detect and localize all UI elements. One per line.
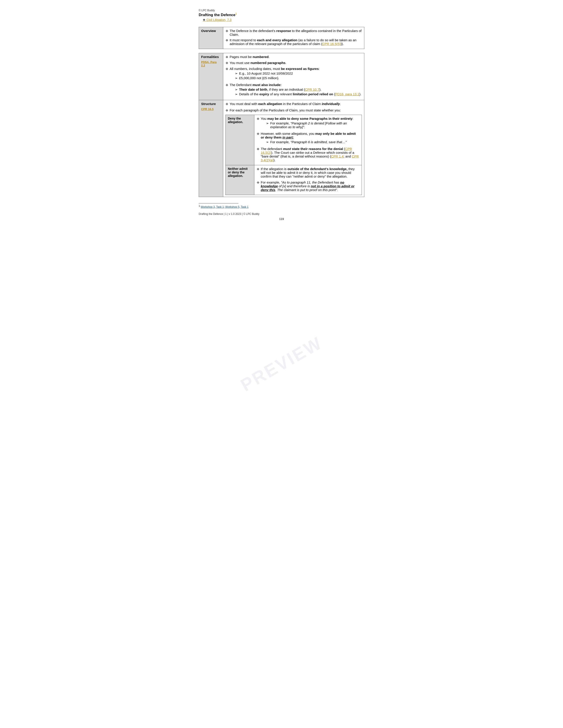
overview-table: Overview ❖ The Defence is the defendant'… xyxy=(199,27,364,49)
main-content-table: Formalities PD5A, Para 2.2 ❖ Pages must … xyxy=(199,53,364,197)
diamond-icon: ❖ xyxy=(225,102,228,106)
structure-label: Structure xyxy=(201,102,221,106)
arrow-icon: ➢ xyxy=(266,140,269,144)
overview-bullet-1: ❖ The Defence is the defendant's respons… xyxy=(225,29,362,36)
formalities-label-cell: Formalities PD5A, Para 2.2 xyxy=(199,53,223,100)
diamond-icon: ❖ xyxy=(256,132,259,136)
diamond-icon: ❖ xyxy=(225,67,228,71)
overview-label: Overview xyxy=(199,27,223,49)
arrow-icon: ➢ xyxy=(235,71,238,75)
diamond-icon: ❖ xyxy=(225,55,228,59)
diamond-icon: ❖ xyxy=(225,61,228,65)
diamond-icon: ❖ xyxy=(225,109,228,113)
diamond-icon: ❖ xyxy=(225,29,228,33)
deny-neither-table: Deny theallegation. ❖ You may be able to… xyxy=(225,115,362,195)
diamond-icon: ❖ xyxy=(256,181,259,185)
deny-content: ❖ You may be able to deny some Paragraph… xyxy=(254,115,362,165)
footer-text: Drafting the Defence | 1 | v 1.0 2023 | … xyxy=(199,212,259,216)
diamond-icon: ❖ xyxy=(225,38,228,42)
formalities-label: Formalities xyxy=(201,55,221,59)
header-subtitle[interactable]: Civil Litigation, 7.3 xyxy=(199,18,364,22)
footnote: 1 Workshop 3, Task 1; Workshop 5, Task 1 xyxy=(199,205,364,208)
arrow-icon: ➢ xyxy=(235,76,238,80)
diamond-icon: ❖ xyxy=(256,147,259,151)
overview-content: ❖ The Defence is the defendant's respons… xyxy=(223,27,364,49)
footer: Drafting the Defence | 1 | v 1.0 2023 | … xyxy=(199,212,364,216)
diamond-icon: ❖ xyxy=(256,167,259,171)
arrow-icon: ➢ xyxy=(235,88,238,92)
structure-ref[interactable]: CPR 16.5 xyxy=(201,107,221,111)
arrow-icon: ➢ xyxy=(235,92,238,96)
page-number: 119 xyxy=(199,217,364,221)
neither-content: ❖ If the allegation is outside of the de… xyxy=(254,165,362,195)
diamond-icon: ❖ xyxy=(225,83,228,87)
header-title: Drafting the Defence1 xyxy=(199,12,364,17)
diamond-icon: ❖ xyxy=(256,117,259,121)
overview-bullet-2: ❖ It must respond to each and every alle… xyxy=(225,38,362,46)
header-copyright: © LPC Buddy xyxy=(199,9,364,12)
deny-label-cell: Deny theallegation. xyxy=(226,115,254,165)
structure-content: ❖ You must deal with each allegation in … xyxy=(223,100,364,197)
formalities-ref[interactable]: PD5A, Para 2.2 xyxy=(201,60,221,67)
neither-label-cell: Neither admitor deny theallegation. xyxy=(226,165,254,195)
formalities-content: ❖ Pages must be numbered. ❖ You must use… xyxy=(223,53,364,100)
structure-label-cell: Structure CPR 16.5 xyxy=(199,100,223,197)
arrow-icon: ➢ xyxy=(266,121,269,125)
